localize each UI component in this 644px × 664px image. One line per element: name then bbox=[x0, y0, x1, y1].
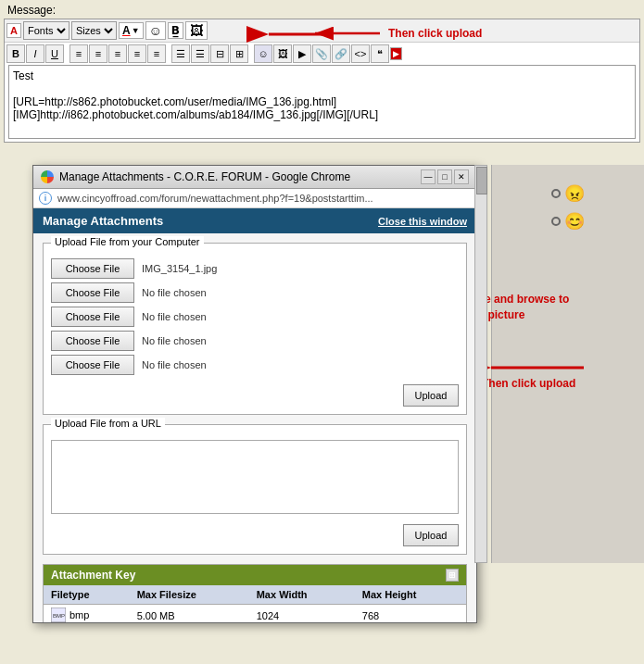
maximize-btn[interactable]: □ bbox=[437, 169, 452, 184]
upload-annotation-text: Then click upload bbox=[388, 27, 482, 40]
editor-wrapper: A Fonts Sizes A ▼ ☺ B̲ 🖼 bbox=[4, 19, 640, 143]
upload-from-url-section: Upload File from a URL Upload bbox=[43, 424, 467, 555]
modal-header-title: Manage Attachments bbox=[43, 214, 163, 228]
smileys-btn2[interactable]: ☺ bbox=[254, 44, 272, 63]
choose-file-btn-5[interactable]: Choose File bbox=[51, 355, 134, 375]
modal-body: Upload File from your Computer Choose Fi… bbox=[33, 233, 476, 622]
italic-btn[interactable]: I bbox=[26, 44, 44, 63]
arrow-to-upload bbox=[482, 358, 593, 377]
svg-text:BMP: BMP bbox=[53, 613, 65, 619]
quote-btn[interactable]: ❝ bbox=[371, 44, 389, 63]
ul-btn[interactable]: ☰ bbox=[191, 44, 209, 63]
attachment-key-title: Attachment Key bbox=[51, 569, 135, 582]
upload-annotation-container: Then click upload bbox=[482, 358, 644, 390]
upload-annotation: Then click upload bbox=[310, 24, 482, 43]
emoji-angry: 😠 bbox=[564, 183, 585, 204]
color-group: A ▼ bbox=[119, 22, 144, 39]
upload-picture-btn[interactable]: 🖼 bbox=[185, 21, 208, 40]
ol-btn[interactable]: ☰ bbox=[171, 44, 190, 63]
cell-size-bmp: 5.00 MB bbox=[130, 605, 249, 623]
outdent-btn[interactable]: ⊞ bbox=[230, 44, 248, 63]
font-icon: A bbox=[6, 23, 21, 38]
modal-url: www.cincyoffroad.com/forum/newattachment… bbox=[57, 193, 373, 204]
modal-titlebar: Manage Attachments - C.O.R.E. FORUM - Go… bbox=[33, 166, 476, 189]
file-row-1: Choose File IMG_3154_1.jpg bbox=[51, 258, 459, 279]
col-maxheight: Max Height bbox=[355, 585, 466, 605]
emoji-item-1: 😠 bbox=[551, 183, 585, 204]
file-row-2: Choose File No file chosen bbox=[51, 282, 459, 303]
attach-btn[interactable]: 📎 bbox=[312, 44, 331, 63]
image-btn[interactable]: 🖼 bbox=[273, 44, 292, 63]
toolbar-row1: A Fonts Sizes A ▼ ☺ B̲ 🖼 bbox=[5, 19, 639, 43]
upload-annotation-text: Then click upload bbox=[482, 377, 575, 390]
modal-manage-attachments: Manage Attachments - C.O.R.E. FORUM - Go… bbox=[32, 165, 477, 623]
choose-file-btn-3[interactable]: Choose File bbox=[51, 307, 134, 327]
font-select[interactable]: Fonts bbox=[23, 21, 69, 40]
table-row: BMP bmp 5.00 MB 1024 768 bbox=[44, 605, 466, 623]
file-name-1: IMG_3154_1.jpg bbox=[142, 263, 217, 274]
upload-computer-legend: Upload File from your Computer bbox=[51, 236, 204, 247]
align-right-btn[interactable]: ≡ bbox=[108, 44, 127, 63]
upload-from-computer-btn[interactable]: Upload bbox=[403, 384, 459, 407]
cell-filetype: BMP bmp bbox=[44, 605, 130, 623]
file-name-5: No file chosen bbox=[142, 359, 207, 370]
info-icon: i bbox=[39, 192, 52, 205]
align-center-btn[interactable]: ≡ bbox=[89, 44, 107, 63]
file-name-2: No file chosen bbox=[142, 287, 207, 298]
col-maxwidth: Max Width bbox=[249, 585, 355, 605]
cell-width-bmp: 1024 bbox=[249, 605, 355, 623]
file-row-5: Choose File No file chosen bbox=[51, 355, 459, 375]
emoji-happy: 😊 bbox=[564, 211, 585, 232]
close-window-link[interactable]: Close this window bbox=[378, 216, 467, 227]
youtube-btn[interactable]: ▶ bbox=[390, 47, 402, 60]
bmp-icon: BMP bbox=[51, 608, 66, 622]
size-select[interactable]: Sizes bbox=[71, 21, 117, 40]
modal-title-group: Manage Attachments - C.O.R.E. FORUM - Go… bbox=[41, 170, 350, 183]
bold-toolbar[interactable]: B̲ bbox=[168, 22, 183, 39]
upload-from-url-btn[interactable]: Upload bbox=[403, 524, 459, 546]
url-input[interactable] bbox=[51, 440, 459, 514]
file-row-4: Choose File No file chosen bbox=[51, 331, 459, 351]
radio-2[interactable] bbox=[551, 217, 561, 226]
smiley-btn[interactable]: ☺ bbox=[145, 21, 166, 40]
file-name-3: No file chosen bbox=[142, 311, 207, 322]
indent-btn[interactable]: ⊟ bbox=[210, 44, 229, 63]
upload-from-computer-section: Upload File from your Computer Choose Fi… bbox=[43, 243, 467, 415]
align-5-btn[interactable]: ≡ bbox=[147, 44, 166, 63]
underline-btn[interactable]: U bbox=[45, 44, 64, 63]
bold-btn[interactable]: B bbox=[6, 44, 25, 63]
align-left-btn[interactable]: ≡ bbox=[69, 44, 88, 63]
minimize-btn[interactable]: — bbox=[421, 169, 436, 184]
message-editor[interactable]: Test [URL=http://s862.photobucket.com/us… bbox=[8, 65, 636, 139]
link-btn[interactable]: 🔗 bbox=[332, 44, 350, 63]
modal-controls: — □ ✕ bbox=[421, 169, 469, 184]
modal-header: Manage Attachments Close this window bbox=[33, 208, 476, 233]
radio-1[interactable] bbox=[551, 189, 561, 198]
choose-file-btn-4[interactable]: Choose File bbox=[51, 331, 134, 351]
video-btn[interactable]: ▶ bbox=[293, 44, 311, 63]
modal-title-text: Manage Attachments - C.O.R.E. FORUM - Go… bbox=[59, 170, 350, 183]
page-container: Message: A Fonts Sizes A ▼ ☺ B̲ 🖼 bbox=[0, 0, 644, 664]
col-maxsize: Max Filesize bbox=[130, 585, 249, 605]
close-btn[interactable]: ✕ bbox=[454, 169, 469, 184]
attachment-table: Filetype Max Filesize Max Width Max Heig… bbox=[44, 585, 466, 622]
attachment-key-section: Attachment Key ⊞ Filetype Max Filesize M… bbox=[43, 564, 467, 622]
chrome-icon bbox=[41, 170, 54, 183]
cell-height-bmp: 768 bbox=[355, 605, 466, 623]
attachment-key-expand-btn[interactable]: ⊞ bbox=[446, 569, 459, 582]
scrollbar-thumb[interactable] bbox=[476, 167, 487, 194]
toolbar-row2: B I U ≡ ≡ ≡ ≡ ≡ ☰ ☰ ⊟ ⊞ ☺ 🖼 ▶ 📎 🔗 <> ❝ ▶ bbox=[5, 43, 639, 65]
align-justify-btn[interactable]: ≡ bbox=[128, 44, 146, 63]
col-filetype: Filetype bbox=[44, 585, 130, 605]
attachment-key-header: Attachment Key ⊞ bbox=[44, 565, 466, 585]
color-a: A bbox=[122, 24, 131, 37]
code-btn[interactable]: <> bbox=[351, 44, 370, 63]
file-row-3: Choose File No file chosen bbox=[51, 307, 459, 327]
modal-addressbar: i www.cincyoffroad.com/forum/newattachme… bbox=[33, 189, 476, 208]
emoji-item-2: 😊 bbox=[551, 211, 585, 232]
upload-url-legend: Upload File from a URL bbox=[51, 418, 165, 429]
choose-file-btn-2[interactable]: Choose File bbox=[51, 282, 134, 303]
message-label: Message: bbox=[0, 0, 644, 19]
choose-file-btn-1[interactable]: Choose File bbox=[51, 258, 134, 279]
modal-scrollbar[interactable] bbox=[474, 165, 487, 563]
